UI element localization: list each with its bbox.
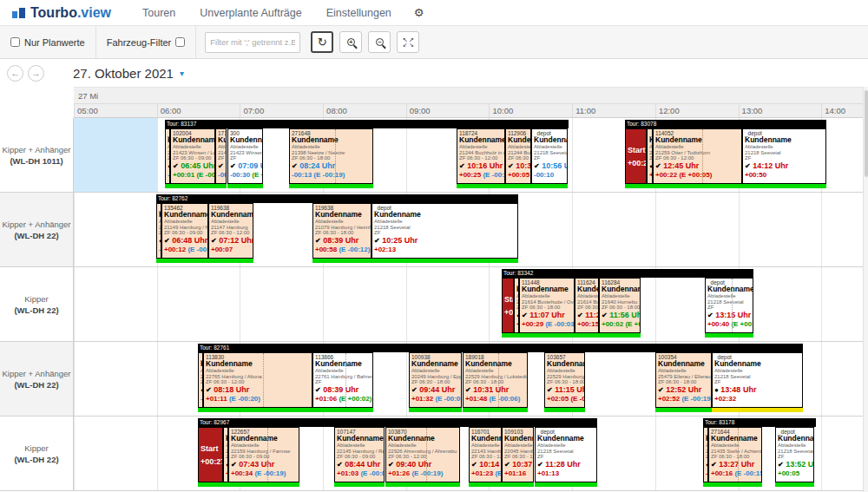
delta-line: +00:22 — [649, 171, 650, 179]
fullscreen-button[interactable]: ↖↗↘↙ — [397, 31, 419, 53]
tour-card[interactable]: 111624KundennameAbladestelle21614 Buxteh… — [575, 278, 599, 333]
arrival-time: ✔ 09:44 Uhr — [411, 385, 459, 395]
tour-block[interactable]: Tour: 83342Start+00:12_1KundennameAblade… — [502, 269, 753, 338]
tour-card[interactable]: _depotKundennameAbladestelle21218 Seevet… — [531, 128, 568, 184]
vehicle-row-label[interactable]: Kipper(WL-DH 22) — [0, 417, 74, 490]
tour-header[interactable]: Tour: 83178 — [703, 418, 816, 427]
tour-block[interactable]: Tour: 83137_1KundennameAbladestelle21423… — [165, 120, 569, 189]
row-timeline-area[interactable]: Tour: 82967Start+00:27_1KundennameAblade… — [74, 417, 868, 490]
zoom-in-button[interactable]: + — [339, 31, 362, 53]
customer-name: Kundenname — [504, 435, 531, 443]
tour-header[interactable]: Tour: 83078 — [625, 120, 826, 128]
arrival-time: ● 13:48 Uhr — [714, 385, 800, 395]
status-bar-green — [505, 184, 531, 188]
tour-card[interactable]: 100938KundennameAbladestelle20249 Hambur… — [409, 352, 462, 408]
tour-card[interactable]: _depotKundennameAbladestelle21218 Seevet… — [775, 427, 814, 482]
delta-line: +00:34 (E -00:19) — [231, 469, 297, 477]
tour-card[interactable]: _depotKundennameAbladestelle21218 Seevet… — [742, 128, 826, 184]
tour-card[interactable]: 103870KundennameAbladestelle22926 Ahrens… — [385, 427, 460, 482]
tour-card[interactable]: 102004KundennameAbladestelle21423 Winsen… — [170, 128, 215, 184]
tour-card[interactable]: 107147KundennameAbladestelle22145 Hambur… — [334, 427, 385, 482]
tour-card[interactable]: 109103KundennameAbladestelle22045 Hambur… — [502, 427, 534, 482]
tour-card[interactable]: 112906KundennameAbladestelle21244 Buchho… — [505, 128, 531, 184]
selected-time-cell[interactable] — [74, 118, 157, 192]
tour-card[interactable]: 113866KundennameAbladestelle22761 Hambur… — [312, 352, 373, 408]
previous-day-button[interactable]: ← — [7, 65, 23, 82]
row-timeline-area[interactable]: Tour: 83342Start+00:12_1KundennameAblade… — [74, 267, 868, 341]
tour-block[interactable]: Tour: 83178_2KundennameAbladestelle21435… — [703, 418, 816, 488]
vehicle-row-label[interactable]: Kipper + Anhänger(WL-DH 1011) — [0, 118, 74, 192]
tour-card[interactable]: _depotKundennameAbladestelle21218 Seevet… — [712, 352, 803, 408]
tour-card[interactable]: 113830KundennameAbladestelle22765 Hambur… — [203, 352, 312, 408]
row-timeline-area[interactable]: Tour: 82761_6KundennameAbladestelle22765… — [74, 342, 868, 416]
tour-card[interactable]: 122657KundennameAbladestelle22159 Hambur… — [228, 427, 299, 482]
tour-card[interactable]: 119638KundennameAbladestelle21147 Hambur… — [208, 203, 253, 259]
vehicle-row-label[interactable]: Kipper + Anhänger(WL-DH 22) — [0, 342, 74, 416]
tour-card[interactable]: 116701KundennameAbladestelle22143 Hambur… — [469, 427, 502, 482]
tour-header[interactable]: Tour: 83342 — [502, 269, 753, 278]
check-icon: ✔ — [602, 312, 608, 319]
hour-label: 13:00 — [742, 106, 763, 115]
tour-card[interactable]: 135462KundennameAbladestelle21149 Hambur… — [161, 203, 208, 259]
row-timeline-area[interactable]: Tour: 83137_1KundennameAbladestelle21423… — [74, 118, 868, 192]
tour-card[interactable]: 111448KundennameAbladestelle21614 Buxteh… — [519, 278, 575, 333]
fahrzeug-filter-checkbox[interactable] — [175, 37, 185, 47]
filter-input[interactable] — [205, 32, 300, 53]
tour-block[interactable]: Tour: 83078Start+00:22_1KundennameAblade… — [625, 120, 826, 189]
tour-card-clipped[interactable]: _1KundennameAbladestelle21259 OtterZF✔ 1… — [647, 128, 653, 184]
tour-card[interactable]: 171006KundennameAbladestelle21440 Winsen… — [215, 128, 227, 184]
tour-card[interactable]: 114052KundennameAbladestelle21259 Otter … — [653, 128, 742, 184]
tour-block[interactable]: Tour: 82967Start+00:27_1KundennameAblade… — [198, 418, 597, 488]
status-bar-green — [334, 482, 385, 487]
nur-planwerte-checkbox[interactable] — [10, 37, 20, 47]
tour-card[interactable]: 189018KundennameAbladestelle22529 Hambur… — [463, 352, 528, 408]
tour-header[interactable]: Tour: 83137 — [165, 120, 569, 128]
delta-line: -00:03 — [218, 171, 224, 179]
delta-line: +00:40 (E +00:02) — [707, 320, 751, 328]
order-divider — [267, 428, 268, 482]
menu-item-2[interactable]: Einstellungen — [326, 7, 391, 19]
tour-card[interactable]: 271644KundennameAbladestelle21435 Stelle… — [708, 427, 762, 482]
vehicle-row-label[interactable]: Kipper + Anhänger(WL-DH 22) — [0, 193, 74, 266]
refresh-button[interactable]: ↻ — [311, 31, 333, 53]
tour-start-block[interactable]: Start+00:27 — [198, 427, 223, 482]
nur-planwerte-toggle[interactable]: Nur Planwerte — [0, 26, 96, 58]
gear-icon[interactable]: ⚙ — [414, 6, 424, 19]
customer-name: Kundenname — [522, 285, 572, 293]
tour-header[interactable]: Tour: 82967 — [198, 418, 597, 427]
tour-start-block[interactable]: Start+00:22 — [625, 128, 647, 184]
tour-card[interactable]: 103657KundennameAbladestelle22529 Hambur… — [544, 352, 585, 408]
tour-block[interactable]: Tour: 82762_1KundennameAbladestelle21149… — [156, 194, 518, 264]
tour-card[interactable]: _depotKundennameAbladestelle21218 Seevet… — [535, 427, 597, 482]
unload-label: Abladestelle — [577, 293, 596, 299]
check-icon: ✔ — [504, 461, 510, 469]
hour-label: 07:00 — [243, 106, 264, 115]
tour-card[interactable]: 300KundennameAbladestelle21423 Winsen (L… — [227, 128, 263, 184]
vehicle-row-label[interactable]: Kipper(WL-DH 22) — [0, 267, 74, 341]
zoom-out-button[interactable]: − — [368, 31, 391, 53]
vertical-scrollbar[interactable] — [863, 87, 868, 492]
status-bar-green — [227, 184, 263, 188]
tour-header[interactable]: Tour: 82761 — [198, 344, 803, 352]
tour-card[interactable]: 119638KundennameAbladestelle21079 Hambur… — [312, 203, 372, 259]
tour-header[interactable]: Tour: 82762 — [156, 194, 518, 203]
tour-card[interactable]: 100354KundennameAbladestelle25479 Ellera… — [655, 352, 712, 408]
tour-block[interactable]: Tour: 82761_6KundennameAbladestelle22765… — [198, 344, 803, 413]
tour-card[interactable]: 118724KundennameAbladestelle21244 Buchho… — [457, 128, 505, 184]
tour-start-block[interactable]: Start+00:12 — [502, 278, 514, 333]
tour-card[interactable]: 271648KundennameAbladestelle21398 Neetze… — [289, 128, 373, 184]
chevron-down-icon[interactable]: ▾ — [180, 69, 184, 78]
fahrzeug-filter-toggle[interactable]: Fahrzeug-Filter — [96, 26, 197, 58]
tour-card[interactable]: 116284KundennameAbladestelle21640 Horneb… — [599, 278, 641, 333]
menu-item-1[interactable]: Unverplante Aufträge — [200, 7, 301, 19]
tour-card[interactable]: _depotKundennameAbladestelle21218 Seevet… — [705, 278, 753, 333]
date-label[interactable]: 27. Oktober 2021 — [73, 66, 174, 81]
arrival-time: ✔ 11:15 Uhr — [547, 385, 582, 395]
scrollbar-thumb[interactable] — [865, 90, 868, 177]
tour-card[interactable]: _depotKundennameAbladestelle21218 Seevet… — [372, 203, 518, 259]
app-logo[interactable]: Tourbo.view — [12, 5, 111, 21]
vehicle-row: Tour: 82967Start+00:27_1KundennameAblade… — [0, 417, 868, 491]
menu-item-0[interactable]: Touren — [142, 7, 175, 19]
row-timeline-area[interactable]: Tour: 82762_1KundennameAbladestelle21149… — [74, 193, 868, 266]
next-day-button[interactable]: → — [28, 65, 44, 82]
